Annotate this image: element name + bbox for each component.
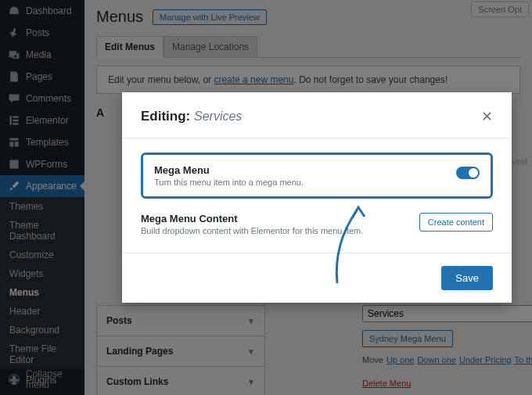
save-button[interactable]: Save bbox=[441, 266, 493, 290]
mega-menu-label: Mega Menu bbox=[154, 164, 304, 176]
mega-menu-toggle[interactable] bbox=[456, 167, 480, 179]
content-label: Mega Menu Content bbox=[141, 213, 363, 224]
mega-menu-modal: Editing: Services ✕ Mega Menu Turn this … bbox=[122, 92, 512, 303]
mega-menu-toggle-box: Mega Menu Turn this menu item into a meg… bbox=[141, 153, 493, 199]
content-desc: Build dropdown content with Elementor fo… bbox=[141, 226, 363, 235]
modal-title: Editing: Services bbox=[141, 109, 242, 124]
mega-menu-desc: Turn this menu item into a mega menu. bbox=[154, 178, 304, 187]
create-content-button[interactable]: Create content bbox=[419, 213, 493, 232]
close-icon[interactable]: ✕ bbox=[481, 108, 493, 125]
